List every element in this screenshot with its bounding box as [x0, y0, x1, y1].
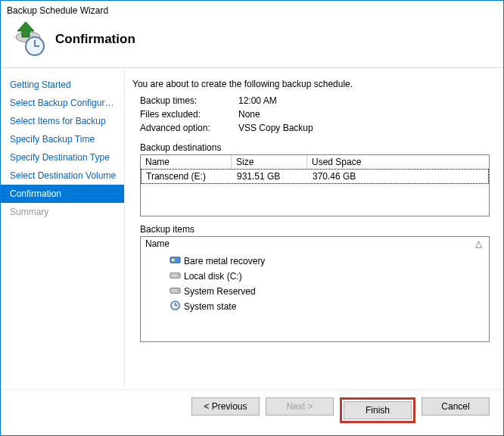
item-label: Local disk (C:): [184, 271, 242, 282]
destinations-label: Backup destinations: [140, 142, 490, 153]
step-confirmation[interactable]: Confirmation: [1, 185, 124, 203]
dest-row-used: 370.46 GB: [308, 170, 488, 183]
cancel-button[interactable]: Cancel: [422, 397, 490, 416]
svg-point-9: [177, 290, 179, 291]
item-system-state[interactable]: System state: [170, 299, 486, 314]
page-heading: Confirmation: [55, 32, 135, 47]
finish-highlight: Finish: [340, 397, 415, 423]
system-state-icon: [170, 300, 181, 313]
label-backup-times: Backup times:: [140, 95, 238, 106]
row-backup-times: Backup times: 12:00 AM: [132, 94, 490, 107]
step-getting-started[interactable]: Getting Started: [1, 76, 124, 94]
item-label: Bare metal recovery: [184, 256, 265, 266]
next-button: Next >: [266, 397, 334, 416]
previous-button[interactable]: < Previous: [191, 397, 260, 416]
value-advanced-option: VSS Copy Backup: [238, 123, 313, 133]
value-files-excluded: None: [238, 109, 260, 120]
dest-col-size[interactable]: Size: [232, 155, 307, 169]
dest-row-size: 931.51 GB: [232, 170, 308, 183]
item-label: System Reserved: [184, 286, 256, 297]
items-col-name[interactable]: Name: [141, 237, 468, 251]
confirmation-intro: You are about to create the following ba…: [132, 79, 490, 89]
bare-metal-icon: [170, 254, 181, 268]
content-area: You are about to create the following ba…: [125, 68, 503, 389]
backup-schedule-icon: [11, 22, 46, 57]
window-title: Backup Schedule Wizard: [1, 1, 503, 20]
items-label: Backup items: [140, 224, 490, 235]
label-advanced-option: Advanced option:: [140, 123, 238, 133]
row-advanced-option: Advanced option: VSS Copy Backup: [132, 121, 490, 135]
disk-icon: [170, 269, 181, 283]
row-files-excluded: Files excluded: None: [132, 107, 490, 121]
wizard-footer: < Previous Next > Finish Cancel: [1, 389, 503, 435]
disk-icon: [170, 285, 181, 298]
wizard-header: Confirmation: [1, 20, 503, 68]
item-system-reserved[interactable]: System Reserved: [170, 284, 486, 299]
wizard-steps-sidebar: Getting Started Select Backup Configurat…: [1, 68, 125, 389]
destinations-header-row: Name Size Used Space: [141, 155, 489, 169]
destinations-grid: Name Size Used Space Transcend (E:) 931.…: [140, 154, 490, 216]
label-files-excluded: Files excluded:: [140, 109, 238, 120]
svg-rect-5: [172, 259, 175, 262]
item-bare-metal[interactable]: Bare metal recovery: [170, 254, 486, 269]
items-header-row: Name △: [141, 237, 489, 251]
step-backup-time[interactable]: Specify Backup Time: [1, 130, 124, 148]
step-destination-type[interactable]: Specify Destination Type: [1, 148, 124, 167]
svg-point-7: [177, 275, 179, 276]
step-select-items[interactable]: Select Items for Backup: [1, 112, 124, 130]
step-summary: Summary: [1, 203, 124, 221]
item-label: System state: [184, 301, 236, 312]
finish-button[interactable]: Finish: [344, 401, 412, 419]
item-local-disk[interactable]: Local disk (C:): [170, 269, 486, 284]
items-grid: Name △ Bare metal recovery Local disk (C…: [140, 236, 490, 342]
dest-col-used[interactable]: Used Space: [307, 155, 489, 169]
dest-col-name[interactable]: Name: [141, 155, 232, 169]
dest-row-name: Transcend (E:): [142, 170, 232, 183]
step-destination-volume[interactable]: Select Destination Volume: [1, 167, 124, 185]
value-backup-times: 12:00 AM: [238, 95, 277, 106]
dest-row[interactable]: Transcend (E:) 931.51 GB 370.46 GB: [142, 170, 488, 183]
step-backup-config[interactable]: Select Backup Configurat...: [1, 94, 124, 112]
sort-indicator-icon[interactable]: △: [468, 237, 489, 251]
items-list: Bare metal recovery Local disk (C:) Syst…: [141, 251, 489, 317]
